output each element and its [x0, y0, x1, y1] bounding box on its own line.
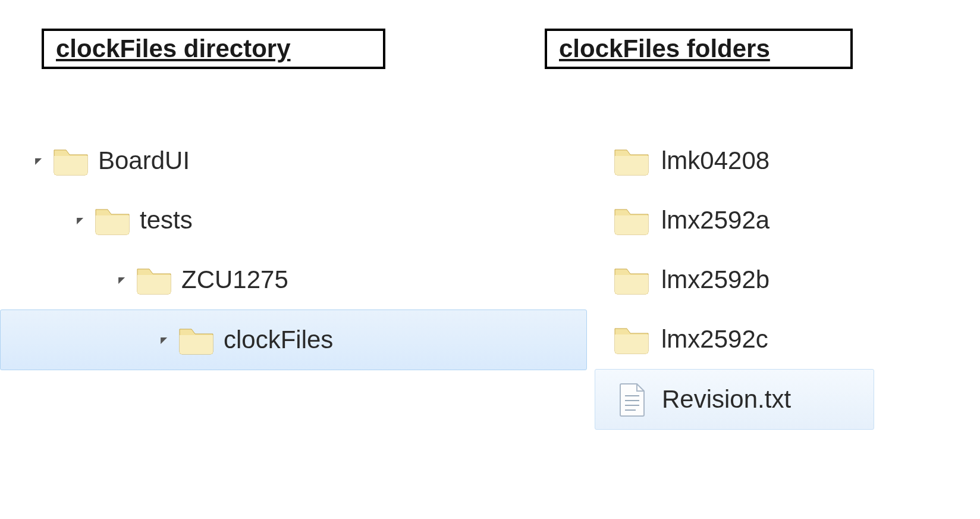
list-item[interactable]: lmk04208: [595, 131, 874, 190]
tree-item-boardui[interactable]: BoardUI: [33, 131, 461, 190]
list-item-label: lmx2592a: [661, 206, 769, 235]
tree-item-zcu1275[interactable]: ZCU1275: [33, 250, 461, 309]
list-item-label: lmx2592b: [661, 265, 769, 294]
tree-item-clockfiles[interactable]: clockFiles: [0, 309, 587, 370]
text-file-icon: [613, 380, 651, 418]
tree-item-label: BoardUI: [98, 146, 190, 175]
tree-item-label: clockFiles: [224, 326, 333, 354]
list-item[interactable]: lmx2592a: [595, 190, 874, 250]
folders-panel-title: clockFiles folders: [545, 29, 853, 69]
folder-icon: [612, 320, 651, 358]
directory-tree: BoardUI tests ZCU1275: [33, 131, 461, 370]
folder-icon: [612, 261, 651, 299]
tree-item-label: tests: [140, 206, 193, 235]
folder-icon: [52, 142, 90, 180]
list-item[interactable]: Revision.txt: [595, 369, 874, 430]
folder-icon: [93, 201, 131, 239]
tree-item-label: ZCU1275: [181, 265, 288, 294]
expander-icon[interactable]: [158, 333, 171, 346]
list-item[interactable]: lmx2592c: [595, 309, 874, 369]
expander-icon[interactable]: [116, 273, 129, 286]
folder-icon: [612, 142, 651, 180]
folder-icon: [135, 261, 173, 299]
list-item[interactable]: lmx2592b: [595, 250, 874, 309]
tree-item-tests[interactable]: tests: [33, 190, 461, 250]
list-item-label: Revision.txt: [662, 385, 791, 414]
directory-panel-title: clockFiles directory: [42, 29, 385, 69]
list-item-label: lmk04208: [661, 146, 769, 175]
folder-contents-list: lmk04208 lmx2592a lmx2592b lmx2592c: [595, 131, 874, 430]
folder-icon: [612, 201, 651, 239]
expander-icon[interactable]: [33, 154, 46, 167]
list-item-label: lmx2592c: [661, 325, 768, 354]
expander-icon[interactable]: [74, 214, 87, 227]
folder-icon: [177, 321, 215, 359]
